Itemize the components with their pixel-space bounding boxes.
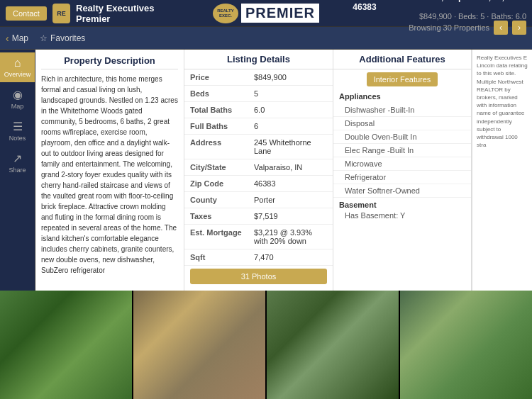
table-row: Zip Code46383 [184,176,333,192]
detail-value: Valparaiso, IN [254,163,327,172]
property-description-panel: Property Description Rich in architectur… [35,50,184,291]
photo-2[interactable] [133,291,265,399]
photo-2-placeholder [133,291,265,399]
detail-value: 7,470 [254,253,327,262]
detail-label: County [190,196,254,204]
detail-label: Zip Code [190,179,254,188]
list-item: Disposal [333,117,471,130]
home-icon: ⌂ [14,57,21,69]
basement-label: Basement [339,201,465,209]
star-icon: ☆ [40,33,48,43]
main-content: ⌂ Overview ◉ Map ☰ Notes ↗ Share Propert… [0,50,532,291]
app-header: Contact RE Realty Executives Premier REA… [0,0,532,27]
list-item: Microwave [333,157,471,171]
header-right: 245 Whitethorne Lane, Valparaiso, IN, 46… [353,0,526,35]
property-description-text: Rich in architecture, this home merges f… [41,74,178,276]
detail-label: Address [190,138,254,155]
table-row: Price$849,900 [184,69,333,86]
detail-value: 6 [254,122,327,130]
browse-text: Browsing 30 Properties [409,23,489,32]
photo-1-placeholder [0,291,132,399]
photo-1[interactable] [0,291,132,399]
table-row: Sqft7,470 [184,249,333,266]
photo-3-placeholder [267,291,399,399]
list-item: Water Softner-Owned [333,184,471,198]
favorites-label: Favorites [50,33,85,43]
photos-section [0,291,532,399]
table-row: Full Baths6 [184,118,333,135]
property-address: 245 Whitethorne Lane, Valparaiso, IN, 46… [353,0,526,12]
disclaimer-text: Realty Executives E Lincoln data relatin… [477,54,528,149]
sidebar-map-label: Map [11,103,24,110]
detail-label: City/State [190,163,254,172]
next-property-button[interactable]: › [512,21,526,35]
detail-label: Total Baths [190,106,254,114]
additional-features-panel: Additional Features Interior Features Ap… [333,50,472,291]
sidebar-item-map[interactable]: ◉ Map [0,84,35,114]
photo-3[interactable] [267,291,399,399]
browse-nav: Browsing 30 Properties ‹ › [409,21,526,35]
browse-line: $849,900 · Beds: 5 · Baths: 6.0 [419,12,526,21]
map-icon: ◉ [13,88,23,101]
detail-value: 46383 [254,179,327,188]
property-description-title: Property Description [41,55,178,69]
sidebar-item-overview[interactable]: ⌂ Overview [0,52,35,82]
contact-button[interactable]: Contact [6,6,47,21]
list-item: Refrigerator [333,171,471,184]
premier-text: PREMIER [241,4,319,23]
detail-label: Full Baths [190,122,254,130]
header-center: REALTYEXEC. PREMIER [179,4,353,23]
list-item: Double Oven-Built In [333,130,471,144]
left-sidebar: ⌂ Overview ◉ Map ☰ Notes ↗ Share [0,50,35,291]
table-row: City/StateValparaiso, IN [184,159,333,176]
listing-rows: Price$849,900Beds5Total Baths6.0Full Bat… [184,69,333,266]
prev-property-button[interactable]: ‹ [494,21,508,35]
detail-label: Taxes [190,212,254,220]
basement-section: Basement Has Basement: Y [333,198,471,225]
notes-icon: ☰ [13,120,23,133]
map-label: Map [12,33,28,43]
basement-list: Has Basement: Y [339,209,465,222]
photo-4-placeholder [400,291,532,399]
price-beds-baths: $849,900 · Beds: 5 · Baths: 6.0 [419,12,526,21]
company-name: Realty Executives Premier [76,3,179,24]
sidebar-share-label: Share [9,167,26,174]
appliances-list: Dishwasher -Built-InDisposalDouble Oven-… [333,103,471,198]
sidebar-notes-label: Notes [9,135,26,142]
detail-label: Sqft [190,253,254,262]
table-row: Total Baths6.0 [184,102,333,118]
share-icon: ↗ [13,152,22,165]
disclaimer-panel: Realty Executives E Lincoln data relatin… [472,50,532,291]
list-item: Elec Range -Built In [333,144,471,157]
detail-value: 245 Whitethorne Lane [254,138,327,155]
table-row: Taxes$7,519 [184,208,333,225]
listing-details-title: Listing Details [184,50,333,69]
list-item: Dishwasher -Built-In [333,103,471,117]
sidebar-overview-label: Overview [4,71,31,78]
photos-button[interactable]: 31 Photos [190,269,327,284]
detail-label: Est. Mortgage [190,228,254,245]
realty-badge: REALTYEXEC. [213,4,238,23]
app-logo: RE [52,4,70,23]
favorites-button[interactable]: ☆ Favorites [40,33,85,43]
detail-label: Beds [190,89,254,98]
realty-logo: REALTYEXEC. PREMIER [213,4,319,23]
table-row: CountyPorter [184,192,333,208]
sidebar-item-share[interactable]: ↗ Share [0,147,35,178]
detail-value: 5 [254,89,327,98]
header-logo-area: Contact RE Realty Executives Premier [6,3,179,24]
listing-details-panel: Listing Details Price$849,900Beds5Total … [184,50,333,291]
table-row: Address245 Whitethorne Lane [184,135,333,159]
additional-features-title: Additional Features [333,50,471,69]
photo-4[interactable] [400,291,532,399]
table-row: Beds5 [184,86,333,102]
sidebar-item-notes[interactable]: ☰ Notes [0,116,35,146]
back-arrow-icon: ‹ [6,33,9,44]
map-back-button[interactable]: ‹ Map [6,33,28,44]
detail-label: Price [190,73,254,82]
appliances-category: Appliances [333,89,471,103]
table-row: Est. Mortgage$3,219 @ 3.93% with 20% dow… [184,225,333,249]
detail-value: $7,519 [254,212,327,220]
interior-features-button[interactable]: Interior Features [367,72,438,86]
detail-value: 6.0 [254,106,327,114]
